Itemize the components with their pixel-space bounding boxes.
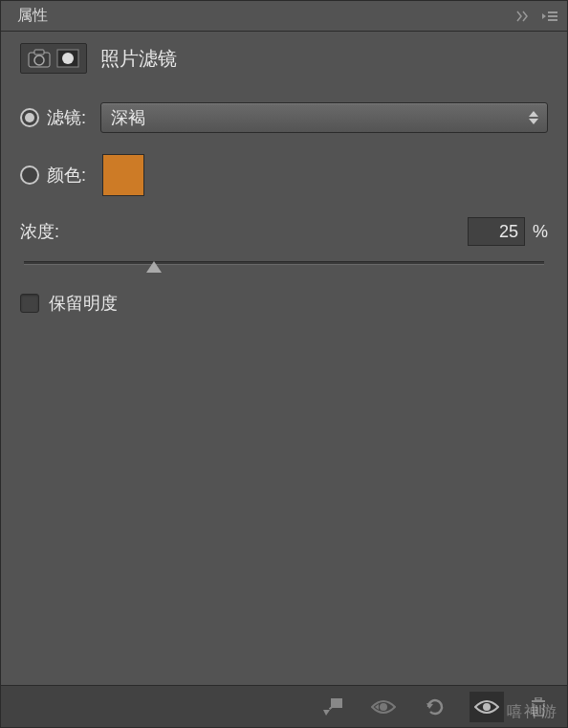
svg-rect-1 bbox=[548, 15, 557, 17]
photo-filter-icon[interactable] bbox=[27, 48, 52, 69]
clip-to-layer-icon[interactable] bbox=[315, 692, 349, 722]
color-swatch[interactable] bbox=[102, 154, 144, 196]
collapse-icon[interactable] bbox=[513, 5, 535, 28]
filter-dropdown[interactable]: 深褐 bbox=[100, 102, 548, 133]
svg-rect-2 bbox=[548, 19, 557, 21]
properties-panel: 属性 bbox=[0, 0, 568, 728]
toggle-visibility-icon[interactable] bbox=[470, 692, 504, 722]
slider-track bbox=[24, 261, 544, 265]
preserve-luminosity-row: 保留明度 bbox=[20, 292, 548, 315]
color-radio[interactable] bbox=[20, 165, 39, 185]
filter-label: 滤镜: bbox=[47, 106, 93, 129]
reset-icon[interactable] bbox=[418, 692, 452, 722]
view-previous-state-icon[interactable] bbox=[366, 692, 401, 722]
density-row: 浓度: % bbox=[20, 217, 548, 246]
svg-point-7 bbox=[62, 53, 74, 64]
color-option-row: 颜色: bbox=[20, 154, 548, 196]
color-label: 颜色: bbox=[47, 164, 93, 187]
panel-header: 属性 bbox=[1, 1, 567, 32]
svg-rect-13 bbox=[535, 697, 541, 700]
mask-icon[interactable] bbox=[55, 48, 80, 69]
svg-point-10 bbox=[380, 703, 387, 711]
filter-radio[interactable] bbox=[20, 108, 39, 127]
density-label: 浓度: bbox=[20, 220, 66, 243]
density-input[interactable] bbox=[468, 217, 525, 246]
filter-dropdown-value: 深褐 bbox=[111, 106, 145, 129]
preserve-luminosity-label: 保留明度 bbox=[49, 292, 118, 315]
panel-tab-properties[interactable]: 属性 bbox=[6, 2, 59, 30]
preserve-luminosity-checkbox[interactable] bbox=[20, 294, 39, 313]
density-slider[interactable] bbox=[24, 254, 544, 273]
delete-icon[interactable] bbox=[521, 692, 556, 722]
svg-rect-0 bbox=[548, 11, 557, 13]
panel-footer bbox=[1, 685, 567, 727]
slider-thumb[interactable] bbox=[146, 261, 162, 273]
adjustment-type-label: 照片滤镜 bbox=[100, 46, 177, 72]
dropdown-arrows-icon bbox=[528, 111, 539, 124]
panel-menu-icon[interactable] bbox=[539, 5, 562, 28]
percent-label: % bbox=[533, 222, 548, 242]
adjustment-title-row: 照片滤镜 bbox=[20, 43, 548, 74]
svg-rect-4 bbox=[34, 50, 44, 55]
density-section: 浓度: % bbox=[20, 217, 548, 273]
filter-option-row: 滤镜: 深褐 bbox=[20, 102, 548, 133]
svg-point-11 bbox=[483, 703, 491, 711]
panel-body: 照片滤镜 滤镜: 深褐 颜色: 浓度: % bbox=[1, 32, 567, 685]
density-value-wrap: % bbox=[468, 217, 548, 246]
adjustment-icon-group bbox=[20, 43, 87, 74]
